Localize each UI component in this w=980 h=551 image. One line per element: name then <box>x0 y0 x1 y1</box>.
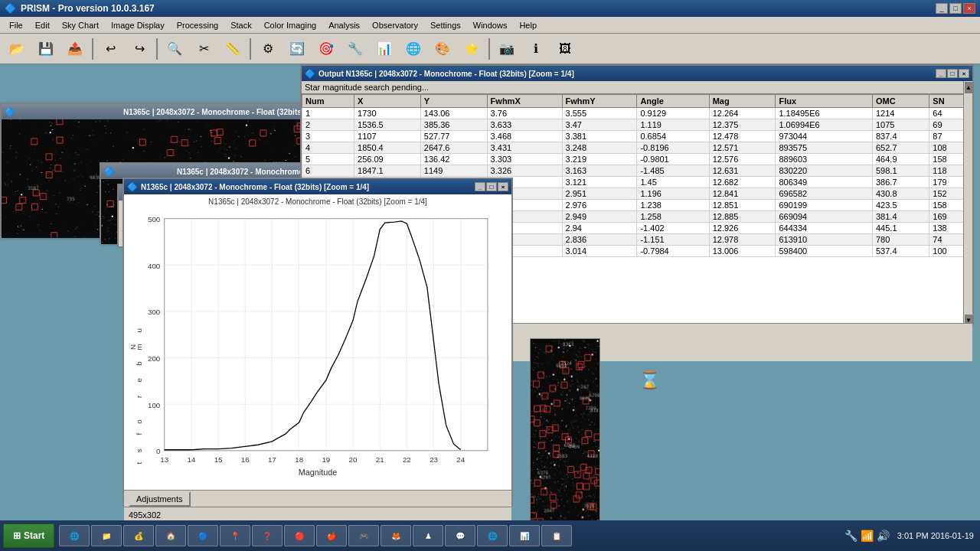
tool-open[interactable]: 📂 <box>3 36 31 62</box>
scroll-up[interactable]: ▲ <box>964 81 973 93</box>
taskbar-item-8[interactable]: 🔴 <box>284 525 315 546</box>
taskbar-item-9[interactable]: 🍎 <box>316 525 347 546</box>
tool-undo[interactable]: ↩ <box>96 36 124 62</box>
taskbar-item-12[interactable]: ♟ <box>413 525 443 546</box>
table-cell: 464.9 <box>873 154 929 165</box>
tool-process6[interactable]: 🌐 <box>400 36 427 62</box>
svg-text:100: 100 <box>148 401 161 409</box>
table-win-max[interactable]: □ <box>947 69 958 78</box>
table-cell: 780 <box>873 234 929 246</box>
table-cell: 1730 <box>354 108 421 119</box>
table-cell: 3.014 <box>562 246 637 257</box>
chart-win-min[interactable]: _ <box>475 182 485 191</box>
chart-win-close[interactable]: × <box>498 182 508 191</box>
menu-sky-chart[interactable]: Sky Chart <box>56 19 105 31</box>
menu-color-imaging[interactable]: Color Imaging <box>258 19 322 31</box>
taskbar-explorer[interactable]: 📁 <box>91 525 122 546</box>
tray-icon-1[interactable]: 🔧 <box>844 530 858 542</box>
menu-stack[interactable]: Stack <box>224 19 258 31</box>
start-button[interactable]: ⊞ Start <box>3 523 54 548</box>
svg-text:s: s <box>135 448 143 452</box>
menu-observatory[interactable]: Observatory <box>366 19 424 31</box>
tool-measure[interactable]: 📏 <box>219 36 247 62</box>
tool-info[interactable]: ℹ <box>522 36 550 62</box>
tool-process8[interactable]: ⭐ <box>458 36 485 62</box>
table-cell: 537.4 <box>873 246 929 257</box>
table-cell: 3 <box>302 131 354 142</box>
menu-file[interactable]: File <box>3 19 29 31</box>
menu-bar: File Edit Sky Chart Image Display Proces… <box>0 17 980 34</box>
tool-process5[interactable]: 📊 <box>371 36 398 62</box>
table-window-titlebar[interactable]: 🔷 Output N1365c | 2048x3072 - Monochrome… <box>302 66 972 81</box>
taskbar-item-7[interactable]: ❓ <box>252 525 283 546</box>
taskbar-item-3[interactable]: 💰 <box>123 525 154 546</box>
tool-process2[interactable]: 🔄 <box>283 36 311 62</box>
svg-text:500: 500 <box>148 215 161 223</box>
table-status-bar: Star magnitude search pending... <box>302 81 972 94</box>
tool-save[interactable]: 💾 <box>32 36 60 62</box>
taskbar-item-13[interactable]: 💬 <box>445 525 475 546</box>
tray-icon-3[interactable]: 🔊 <box>877 530 890 542</box>
taskbar-item-16[interactable]: 📋 <box>541 525 572 546</box>
table-cell: 5 <box>302 154 354 165</box>
tool-process4[interactable]: 🔧 <box>341 36 369 62</box>
taskbar-ie[interactable]: 🌐 <box>59 525 90 546</box>
col-omc: OMC <box>873 95 929 108</box>
table-title-icon: 🔷 <box>305 69 315 79</box>
menu-processing[interactable]: Processing <box>171 19 224 31</box>
tool-redo[interactable]: ↪ <box>126 36 153 62</box>
table-cell: 1107 <box>354 131 421 142</box>
menu-analysis[interactable]: Analysis <box>322 19 366 31</box>
system-clock[interactable]: 3:01 PM 2016-01-19 <box>894 530 977 541</box>
table-cell: 3.163 <box>562 165 637 177</box>
maximize-button[interactable]: □ <box>949 3 962 14</box>
tool-export[interactable]: 📤 <box>61 36 89 62</box>
table-cell: 3.555 <box>562 108 637 119</box>
svg-text:13: 13 <box>160 455 168 464</box>
adjustments-button[interactable]: Adjustments <box>129 491 191 507</box>
table-cell: 2.949 <box>562 211 637 223</box>
chart-svg-container: N u m b e r o f s t <box>127 207 508 487</box>
svg-text:u: u <box>135 328 143 332</box>
menu-settings[interactable]: Settings <box>424 19 467 31</box>
table-cell: -1.485 <box>637 165 709 177</box>
tool-camera[interactable]: 📷 <box>493 36 521 62</box>
table-win-min[interactable]: _ <box>936 69 946 78</box>
tool-process1[interactable]: ⚙ <box>254 36 282 62</box>
table-cell: 644334 <box>776 223 873 234</box>
taskbar-item-15[interactable]: 📊 <box>509 525 540 546</box>
chart-window-title: N1365c | 2048x3072 - Monochrome - Float … <box>141 183 475 191</box>
chart-win-max[interactable]: □ <box>486 182 497 191</box>
tool-process7[interactable]: 🎨 <box>429 36 456 62</box>
table-win-close[interactable]: × <box>959 69 969 78</box>
chart-svg: N u m b e r o f s t <box>127 207 508 487</box>
chart-title-bar[interactable]: 🔷 N1365c | 2048x3072 - Monochrome - Floa… <box>124 179 511 194</box>
tool-portrait[interactable]: 🖼 <box>551 36 579 62</box>
table-cell: 0.6854 <box>637 131 709 142</box>
chart-title-text: N1365c | 2048x3072 - Monochrome - Float … <box>127 197 508 206</box>
tool-zoom[interactable]: 🔍 <box>161 36 188 62</box>
chart-footer: Adjustments <box>124 490 511 507</box>
table-scrollbar[interactable]: ▲ ▼ <box>963 81 972 326</box>
menu-help[interactable]: Help <box>513 19 543 31</box>
menu-edit[interactable]: Edit <box>29 19 56 31</box>
menu-image-display[interactable]: Image Display <box>105 19 171 31</box>
taskbar-item-14[interactable]: 🌐 <box>477 525 508 546</box>
taskbar-item-4[interactable]: 🏠 <box>155 525 186 546</box>
taskbar-item-10[interactable]: 🎮 <box>348 525 379 546</box>
app-icon: 🔷 <box>5 3 16 14</box>
menu-windows[interactable]: Windows <box>467 19 514 31</box>
taskbar-item-11[interactable]: 🦊 <box>381 525 411 546</box>
taskbar-item-6[interactable]: 📍 <box>220 525 250 546</box>
tool-crop[interactable]: ✂ <box>190 36 217 62</box>
table-cell: 12.576 <box>709 154 776 165</box>
table-cell: 527.77 <box>420 131 487 142</box>
tool-process3[interactable]: 🎯 <box>312 36 340 62</box>
minimize-button[interactable]: _ <box>936 3 948 14</box>
table-row: 21536.5385.363.6333.471.11912.3751.06994… <box>302 119 972 131</box>
svg-text:16: 16 <box>241 455 250 464</box>
taskbar-item-5[interactable]: 🔵 <box>188 525 218 546</box>
close-button[interactable]: × <box>963 3 975 14</box>
table-status-text: Star magnitude search pending... <box>305 83 429 92</box>
tray-icon-2[interactable]: 📶 <box>861 530 874 542</box>
